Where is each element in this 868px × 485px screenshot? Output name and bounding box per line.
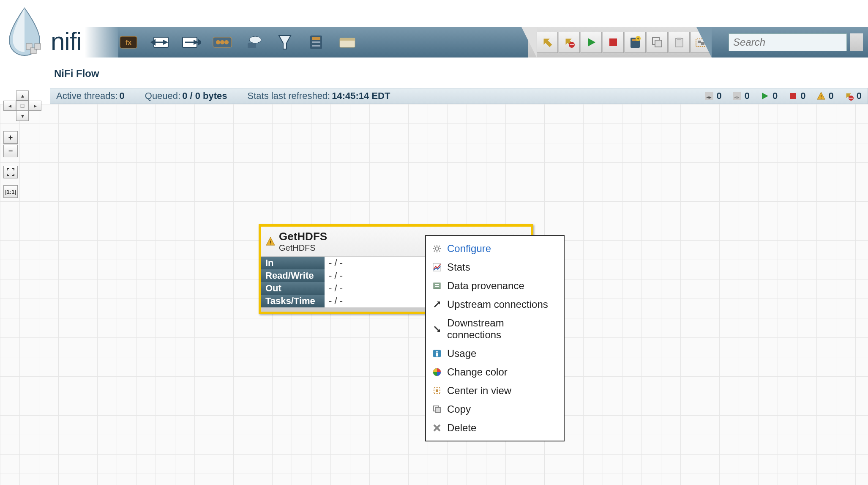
- running-icon: [760, 91, 770, 101]
- search-input[interactable]: [729, 33, 847, 51]
- context-menu-item-copy[interactable]: Copy: [426, 400, 564, 419]
- counter-stopped: 0: [788, 90, 805, 101]
- context-menu-label: Upstream connections: [447, 299, 548, 310]
- search-wrap: [712, 27, 868, 58]
- header: nifi fx: [0, 0, 868, 61]
- context-menu-item-downstream-connections[interactable]: Downstream connections: [426, 314, 564, 344]
- active-threads-value: 0: [120, 90, 125, 101]
- svg-text:!: !: [270, 239, 271, 246]
- nifi-drop-logo-icon: [3, 5, 46, 56]
- context-menu-label: Change color: [447, 366, 508, 378]
- svg-rect-83: [436, 389, 438, 392]
- zoom-out-button[interactable]: −: [3, 145, 18, 157]
- svg-point-17: [249, 36, 261, 43]
- component-toolbar: fx: [101, 27, 358, 58]
- svg-marker-19: [279, 36, 291, 49]
- create-template-button[interactable]: +: [625, 32, 646, 53]
- context-menu-item-delete[interactable]: Delete: [426, 419, 564, 437]
- pan-up-button[interactable]: ▴: [16, 90, 29, 101]
- disabled-icon: [844, 91, 854, 101]
- stopped-icon: [788, 91, 798, 101]
- svg-point-79: [436, 351, 438, 353]
- svg-text:+: +: [637, 36, 639, 41]
- menu-button[interactable]: [850, 33, 863, 51]
- invalid-icon: !: [816, 91, 826, 101]
- svg-rect-29: [570, 44, 574, 45]
- svg-text:!: !: [820, 94, 822, 100]
- svg-rect-2: [35, 44, 41, 49]
- context-menu-label: Data provenance: [447, 280, 524, 292]
- counter-not-transmitting: 0: [732, 90, 750, 101]
- context-menu-item-data-provenance[interactable]: Data provenance: [426, 277, 564, 295]
- svg-point-61: [435, 247, 439, 250]
- svg-rect-51: [790, 93, 796, 99]
- svg-rect-39: [677, 38, 681, 40]
- counter-running: 0: [760, 90, 778, 101]
- context-menu-label: Center in view: [447, 385, 511, 397]
- svg-rect-22: [312, 41, 320, 43]
- enable-button[interactable]: [537, 32, 558, 53]
- svg-rect-31: [609, 38, 617, 46]
- add-output-port-button[interactable]: [181, 32, 201, 52]
- add-input-port-button[interactable]: [150, 32, 170, 52]
- svg-point-49: [736, 98, 737, 99]
- palette-icon: [432, 367, 442, 377]
- add-funnel-button[interactable]: [275, 32, 295, 52]
- stop-button[interactable]: [603, 32, 624, 53]
- copy-button[interactable]: [647, 32, 668, 53]
- add-processor-button[interactable]: fx: [118, 32, 139, 52]
- info-icon: [432, 348, 442, 359]
- zoom-fit-button[interactable]: [3, 166, 18, 178]
- context-menu-item-stats[interactable]: Stats: [426, 258, 564, 277]
- svg-text:fx: fx: [126, 39, 131, 46]
- svg-rect-73: [435, 286, 439, 287]
- copy-icon: [432, 404, 442, 414]
- stat-label: Tasks/Time: [261, 295, 325, 307]
- add-process-group-button[interactable]: [212, 32, 232, 52]
- logo-block: nifi: [0, 5, 82, 56]
- context-menu-item-change-color[interactable]: Change color: [426, 363, 564, 381]
- start-button[interactable]: [581, 32, 602, 53]
- stat-label: Read/Write: [261, 269, 325, 282]
- svg-point-47: [708, 98, 710, 99]
- disable-button[interactable]: [559, 32, 580, 53]
- add-label-button[interactable]: [337, 32, 358, 52]
- pan-down-button[interactable]: ▾: [16, 111, 29, 121]
- svg-rect-37: [655, 40, 662, 47]
- arrow-dr-icon: [432, 324, 442, 334]
- svg-point-15: [220, 40, 224, 44]
- pan-left-button[interactable]: ◂: [3, 101, 16, 111]
- pan-right-button[interactable]: ▸: [29, 101, 41, 111]
- svg-rect-23: [312, 45, 320, 47]
- app-name: nifi: [51, 27, 82, 56]
- provenance-icon: [432, 281, 442, 291]
- context-menu-item-usage[interactable]: Usage: [426, 344, 564, 363]
- active-threads-label: Active threads:: [56, 90, 118, 101]
- pan-center-button[interactable]: □: [16, 101, 29, 111]
- nav-controls: ▴ ◂ □ ▸ ▾ + − |1:1|: [3, 90, 46, 199]
- context-menu-label: Configure: [447, 243, 491, 255]
- arrow-ur-icon: [432, 299, 442, 310]
- context-menu: ConfigureStatsData provenanceUpstream co…: [425, 235, 565, 441]
- flow-name-breadcrumb[interactable]: NiFi Flow: [54, 68, 99, 79]
- context-menu-label: Stats: [447, 261, 470, 273]
- refreshed-value: 14:45:14 EDT: [332, 90, 390, 101]
- zoom-actual-button[interactable]: |1:1|: [3, 185, 18, 198]
- stat-label: In: [261, 257, 325, 269]
- stat-label: Out: [261, 282, 325, 295]
- svg-rect-56: [849, 98, 853, 99]
- context-menu-item-upstream-connections[interactable]: Upstream connections: [426, 295, 564, 314]
- add-remote-process-group-button[interactable]: [243, 32, 264, 52]
- svg-line-69: [434, 251, 435, 252]
- svg-rect-25: [340, 38, 355, 41]
- zoom-in-button[interactable]: +: [3, 131, 18, 144]
- warning-icon: !: [265, 236, 276, 247]
- chart-icon: [432, 262, 442, 272]
- context-menu-label: Copy: [447, 403, 471, 415]
- context-menu-item-center-in-view[interactable]: Center in view: [426, 381, 564, 400]
- paste-button[interactable]: [669, 32, 690, 53]
- svg-line-66: [434, 246, 435, 247]
- status-bar: Active threads:0 Queued:0 / 0 bytes Stat…: [50, 88, 868, 104]
- context-menu-item-configure[interactable]: Configure: [426, 239, 564, 258]
- add-template-button[interactable]: [306, 32, 326, 52]
